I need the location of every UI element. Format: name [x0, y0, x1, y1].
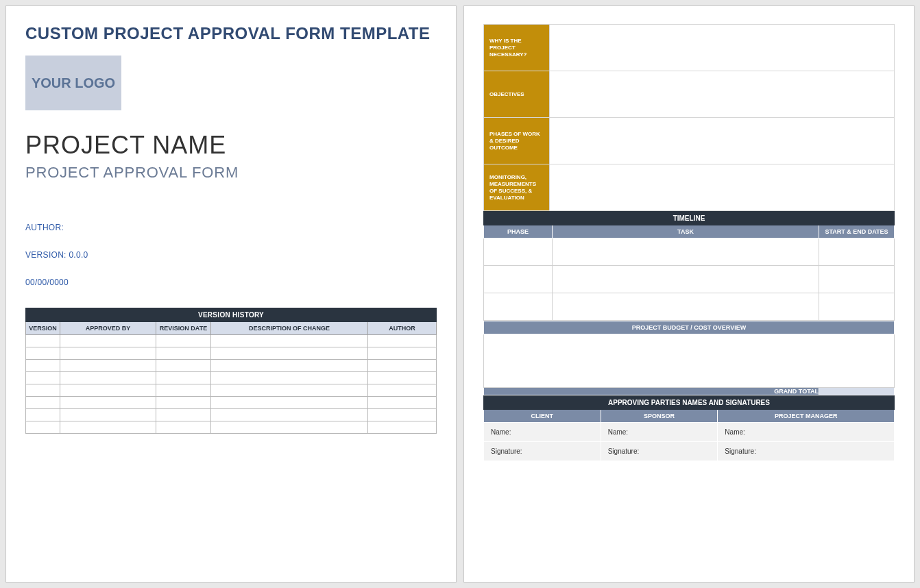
table-cell — [156, 421, 211, 434]
info-body-cell — [550, 118, 895, 164]
table-cell — [368, 360, 437, 372]
table-row — [26, 335, 437, 347]
table-cell — [60, 421, 156, 434]
table-cell — [211, 397, 368, 409]
info-label: WHY IS THE PROJECT NECESSARY? — [484, 25, 550, 71]
table-cell — [26, 421, 60, 434]
table-cell — [156, 409, 211, 421]
info-body-cell — [550, 25, 895, 71]
table-cell — [26, 335, 60, 347]
table-cell — [60, 335, 156, 347]
info-row: MONITORING, MEASUREMENTS OF SUCCESS, & E… — [484, 164, 895, 211]
info-body-cell — [550, 164, 895, 211]
sig-col-sponsor: SPONSOR — [601, 410, 718, 423]
table-cell — [156, 335, 211, 347]
sig-name-pm: Name: — [718, 423, 895, 442]
signatures-header: APPROVING PARTIES NAMES AND SIGNATURES — [484, 396, 895, 410]
grand-total-value — [819, 388, 895, 395]
table-cell — [26, 397, 60, 409]
timeline-table: TIMELINE PHASE TASK START & END DATES — [483, 211, 895, 321]
table-row — [26, 360, 437, 372]
table-row — [26, 397, 437, 409]
table-cell — [60, 360, 156, 372]
table-row — [484, 238, 895, 266]
budget-table: PROJECT BUDGET / COST OVERVIEW GRAND TOT… — [483, 321, 895, 395]
table-cell — [211, 384, 368, 397]
info-row: OBJECTIVES — [484, 71, 895, 118]
info-row: WHY IS THE PROJECT NECESSARY? — [484, 25, 895, 71]
table-cell — [368, 372, 437, 384]
table-cell — [484, 266, 553, 293]
vh-col-revdate: REVISION DATE — [156, 322, 211, 335]
table-cell — [368, 409, 437, 421]
table-cell — [819, 293, 895, 321]
table-cell — [368, 421, 437, 434]
document-title: CUSTOM PROJECT APPROVAL FORM TEMPLATE — [25, 24, 437, 43]
budget-body — [484, 334, 895, 388]
tl-col-task: TASK — [553, 225, 819, 238]
table-cell — [484, 238, 553, 266]
table-row — [26, 421, 437, 434]
info-body-cell — [550, 71, 895, 118]
sig-col-client: CLIENT — [484, 410, 601, 423]
table-cell — [819, 238, 895, 266]
table-cell — [60, 384, 156, 397]
info-label: MONITORING, MEASUREMENTS OF SUCCESS, & E… — [484, 164, 550, 211]
table-cell — [60, 347, 156, 360]
table-cell — [26, 384, 60, 397]
project-info-table: WHY IS THE PROJECT NECESSARY?OBJECTIVESP… — [483, 24, 895, 211]
table-cell — [156, 347, 211, 360]
table-cell — [211, 421, 368, 434]
table-cell — [819, 266, 895, 293]
tl-col-dates: START & END DATES — [819, 225, 895, 238]
vh-col-desc: DESCRIPTION OF CHANGE — [211, 322, 368, 335]
logo-placeholder: YOUR LOGO — [25, 56, 121, 110]
table-cell — [60, 409, 156, 421]
info-label: OBJECTIVES — [484, 71, 550, 118]
page-2: WHY IS THE PROJECT NECESSARY?OBJECTIVESP… — [463, 5, 915, 583]
table-cell — [60, 397, 156, 409]
grand-total-label: GRAND TOTAL — [484, 388, 819, 395]
sig-name-sponsor: Name: — [601, 423, 718, 442]
sig-sign-client: Signature: — [484, 442, 601, 461]
table-cell — [60, 372, 156, 384]
budget-header: PROJECT BUDGET / COST OVERVIEW — [484, 321, 895, 334]
table-cell — [553, 293, 819, 321]
table-cell — [156, 360, 211, 372]
table-row — [26, 372, 437, 384]
table-cell — [211, 372, 368, 384]
project-name: PROJECT NAME — [25, 131, 437, 160]
table-cell — [156, 372, 211, 384]
table-cell — [368, 335, 437, 347]
vh-col-approved: APPROVED BY — [60, 322, 156, 335]
table-cell — [211, 347, 368, 360]
table-row — [26, 347, 437, 360]
author-line: AUTHOR: — [25, 223, 437, 232]
table-cell — [211, 409, 368, 421]
table-cell — [368, 384, 437, 397]
sig-sign-pm: Signature: — [718, 442, 895, 461]
table-cell — [553, 238, 819, 266]
sig-col-pm: PROJECT MANAGER — [718, 410, 895, 423]
table-row — [26, 409, 437, 421]
table-cell — [484, 293, 553, 321]
table-cell — [553, 266, 819, 293]
vh-col-version: VERSION — [26, 322, 60, 335]
table-cell — [211, 335, 368, 347]
table-cell — [26, 347, 60, 360]
table-row — [484, 266, 895, 293]
table-cell — [211, 360, 368, 372]
table-cell — [368, 347, 437, 360]
form-subtitle: PROJECT APPROVAL FORM — [25, 164, 437, 182]
info-label: PHASES OF WORK & DESIRED OUTCOME — [484, 118, 550, 164]
sig-sign-sponsor: Signature: — [601, 442, 718, 461]
version-line: VERSION: 0.0.0 — [25, 250, 437, 260]
table-cell — [26, 360, 60, 372]
table-cell — [156, 397, 211, 409]
date-line: 00/00/0000 — [25, 278, 437, 287]
timeline-header: TIMELINE — [484, 212, 895, 225]
info-row: PHASES OF WORK & DESIRED OUTCOME — [484, 118, 895, 164]
logo-text: YOUR LOGO — [32, 75, 115, 91]
signatures-table: APPROVING PARTIES NAMES AND SIGNATURES C… — [483, 395, 895, 461]
vh-col-author: AUTHOR — [368, 322, 437, 335]
